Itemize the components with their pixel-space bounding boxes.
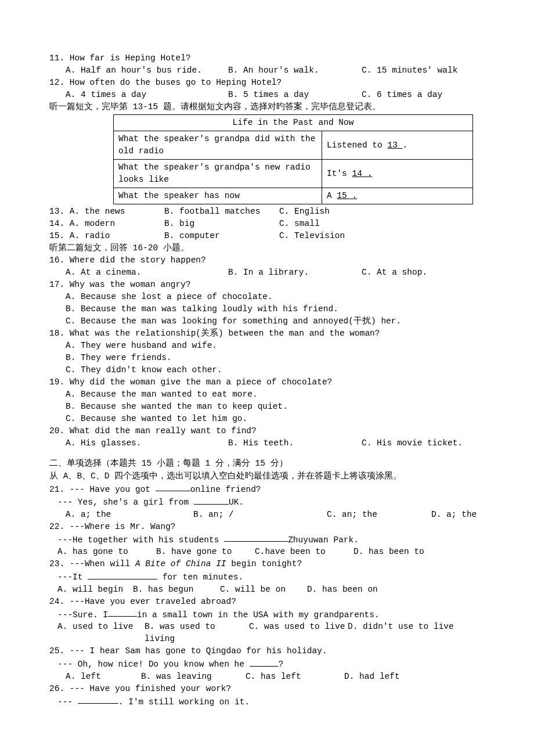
q22-blank[interactable]: [224, 533, 288, 542]
q24-opt-b[interactable]: B. was used to living: [145, 621, 249, 645]
q25-opt-d[interactable]: D. had left: [344, 671, 485, 683]
q20-opt-c[interactable]: C. His movie ticket.: [362, 437, 485, 449]
q23-opt-b[interactable]: B. has begun: [133, 584, 220, 596]
q26-blank[interactable]: [78, 695, 118, 704]
instruction-1: 听一篇短文，完毕第 13-15 题。请根据短文内容，选择对旳答案，完毕信息登记表…: [49, 101, 485, 113]
q22-opt-c[interactable]: C.have been to: [255, 546, 353, 558]
blank-15[interactable]: 15 .: [337, 191, 357, 200]
question-16-options: A. At a cinema. B. In a library. C. At a…: [66, 267, 485, 279]
question-11: 11. How far is Heping Hotel?: [49, 52, 485, 64]
q23-l2a: ---It: [57, 573, 88, 582]
q21-opt-c[interactable]: C. an; the: [327, 509, 431, 521]
question-26-line2: --- . I'm still working on it.: [57, 695, 485, 708]
q22-opt-a[interactable]: A. has gone to: [57, 546, 156, 558]
question-25-options: A. left B. was leaving C. has left D. ha…: [66, 671, 485, 683]
q17-opt-c[interactable]: C. Because the man was looking for somet…: [66, 315, 485, 327]
question-21-line2: --- Yes, she's a girl from UK.: [57, 495, 485, 509]
q13-opt-a[interactable]: 13. A. the news: [49, 206, 164, 218]
q25-l2a: --- Oh, how nice! Do you know when he: [57, 660, 250, 669]
table-r1c2: Listened to 13 .: [322, 131, 473, 160]
question-22: 22. ---Where is Mr. Wang?: [49, 521, 485, 533]
question-13: 13. A. the news B. football matches C. E…: [49, 206, 485, 218]
q21-opt-a[interactable]: A. a; the: [66, 509, 193, 521]
q16-opt-a[interactable]: A. At a cinema.: [66, 267, 228, 279]
q24-opt-c[interactable]: C. was used to live: [249, 621, 348, 645]
q23-opt-d[interactable]: D. has been on: [307, 584, 485, 596]
table-title: Life in the Past and Now: [114, 115, 473, 131]
q21-blank2[interactable]: [194, 495, 229, 505]
question-11-options: A. Half an hour's bus ride. B. An hour's…: [66, 64, 485, 77]
q14-opt-b[interactable]: B. big: [164, 218, 279, 230]
question-15: 15. A. radio B. computer C. Television: [49, 230, 485, 242]
q21-l2b: UK.: [229, 498, 244, 507]
q21-l1a: 21. --- Have you got: [49, 484, 156, 494]
q23-blank[interactable]: [88, 570, 157, 579]
q18-opt-b[interactable]: B. They were friends.: [66, 352, 485, 364]
q11-opt-c[interactable]: C. 15 minutes' walk: [362, 64, 485, 77]
q22-l2a: ---He together with his students: [57, 535, 224, 544]
q22-opt-d[interactable]: D. has been to: [353, 546, 485, 558]
q23-opt-c[interactable]: C. will be on: [220, 584, 307, 596]
table-r2c2: It's 14 .: [322, 160, 473, 188]
q20-opt-a[interactable]: A. His glasses.: [66, 437, 228, 449]
q15-opt-a[interactable]: 15. A. radio: [49, 230, 164, 242]
q21-opt-b[interactable]: B. an; /: [193, 509, 327, 521]
q18-opt-c[interactable]: C. They didn't know each other.: [66, 364, 485, 376]
q13-opt-c[interactable]: C. English: [279, 206, 485, 218]
q25-blank[interactable]: [250, 657, 279, 667]
q11-opt-a[interactable]: A. Half an hour's bus ride.: [66, 64, 228, 77]
blank-13[interactable]: 13: [387, 141, 402, 150]
q14-opt-a[interactable]: 14. A. modern: [49, 218, 164, 230]
q15-opt-c[interactable]: C. Television: [279, 230, 485, 242]
q17-opt-a[interactable]: A. Because she lost a piece of chocolate…: [66, 291, 485, 303]
section-2-heading: 二、单项选择（本题共 15 小题；每题 1 分，满分 15 分）: [49, 458, 485, 470]
table-r1c2-a: Listened to: [327, 141, 387, 150]
q15-opt-b[interactable]: B. computer: [164, 230, 279, 242]
question-26: 26. --- Have you finished your work?: [49, 683, 485, 695]
q17-opt-b[interactable]: B. Because the man was talking loudly wi…: [66, 303, 485, 315]
question-25: 25. --- I hear Sam has gone to Qingdao f…: [49, 645, 485, 657]
q21-opt-d[interactable]: D. a; the: [431, 509, 485, 521]
table-r1c1: What the speaker's grandpa did with the …: [114, 131, 322, 160]
question-17: 17. Why was the woman angry?: [49, 279, 485, 291]
q24-l2a: ---Sure. I: [57, 610, 108, 619]
question-23-options: A. will begin B. has begun C. will be on…: [57, 584, 485, 596]
q25-opt-a[interactable]: A. left: [66, 671, 141, 683]
question-21-options: A. a; the B. an; / C. an; the D. a; the: [66, 509, 485, 521]
q11-opt-b[interactable]: B. An hour's walk.: [228, 64, 362, 77]
q23-l1b: begin tonight?: [226, 559, 302, 568]
q25-l2b: ?: [279, 660, 284, 669]
q24-l2b: in a small town in the USA with my grand…: [137, 610, 380, 619]
q19-opt-b[interactable]: B. Because she wanted the man to keep qu…: [66, 401, 485, 413]
q12-opt-b[interactable]: B. 5 times a day: [228, 89, 362, 101]
q23-title-italic: A Bite of China II: [135, 559, 226, 568]
q22-opt-b[interactable]: B. have gone to: [156, 546, 255, 558]
question-22-options: A. has gone to B. have gone to C.have be…: [57, 546, 485, 558]
q24-blank[interactable]: [108, 608, 137, 617]
q19-opt-a[interactable]: A. Because the man wanted to eat more.: [66, 388, 485, 401]
q21-blank1[interactable]: [156, 483, 190, 492]
q24-opt-d[interactable]: D. didn't use to live: [348, 621, 485, 645]
q19-opt-c[interactable]: C. Because she wanted to let him go.: [66, 413, 485, 425]
q14-opt-c[interactable]: C. small: [279, 218, 485, 230]
question-16: 16. Where did the story happen?: [49, 254, 485, 267]
blank-14[interactable]: 14 .: [352, 169, 373, 178]
q12-opt-a[interactable]: A. 4 times a day: [66, 89, 228, 101]
table-r1c2-c: .: [403, 141, 408, 150]
q20-opt-b[interactable]: B. His teeth.: [228, 437, 362, 449]
q12-opt-c[interactable]: C. 6 times a day: [362, 89, 485, 101]
q21-l2a: --- Yes, she's a girl from: [57, 498, 194, 507]
question-22-line2: ---He together with his students Zhuyuwa…: [57, 533, 485, 546]
q25-opt-b[interactable]: B. was leaving: [141, 671, 246, 683]
q13-opt-b[interactable]: B. football matches: [164, 206, 279, 218]
q18-opt-a[interactable]: A. They were husband and wife.: [66, 340, 485, 352]
q16-opt-c[interactable]: C. At a shop.: [362, 267, 485, 279]
question-20: 20. What did the man really want to find…: [49, 425, 485, 437]
q21-l1b: online friend?: [190, 484, 261, 494]
q16-opt-b[interactable]: B. In a library.: [228, 267, 362, 279]
question-21: 21. --- Have you got online friend?: [49, 483, 485, 496]
q25-opt-c[interactable]: C. has left: [246, 671, 344, 683]
q23-l1a: 23. ---When will: [49, 559, 135, 568]
q23-opt-a[interactable]: A. will begin: [57, 584, 133, 596]
q24-opt-a[interactable]: A. used to live: [57, 621, 145, 645]
